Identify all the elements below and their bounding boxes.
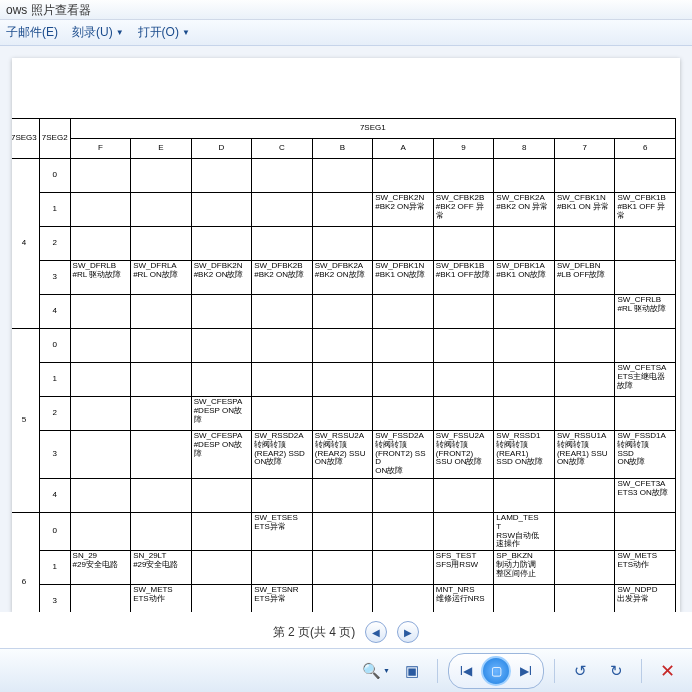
data-cell: SW_ETSNRETS异常: [252, 585, 313, 612]
chevron-down-icon: ▼: [383, 667, 390, 674]
bottom-toolbar: 🔍 ▼ ▣ I◀ ▢ ▶I ↺ ↻ ✕: [0, 648, 692, 692]
data-cell: [373, 227, 434, 261]
data-cell: [252, 397, 313, 431]
rotate-ccw-button[interactable]: ↺: [565, 656, 595, 686]
data-cell: SW_CFETSAETS主继电器故障: [615, 363, 676, 397]
data-cell: SW_FSSU2A转阀转顶(FRONT2)SSU ON故障: [433, 431, 494, 479]
data-cell: [433, 295, 494, 329]
data-cell: [70, 479, 131, 513]
data-cell: [312, 479, 373, 513]
data-cell: [312, 363, 373, 397]
close-icon: ✕: [660, 660, 675, 682]
data-cell: SW_DFBK2N#BK2 ON故障: [191, 261, 252, 295]
data-cell: SW_CFBK2N#BK2 ON异常: [373, 193, 434, 227]
rotate-right-icon: ↻: [610, 662, 623, 680]
data-cell: [554, 551, 615, 585]
col-header: A: [373, 139, 434, 159]
data-cell: [131, 513, 192, 551]
row-index: 3: [39, 431, 70, 479]
data-cell: [191, 227, 252, 261]
data-cell: SW_DFBK2B#BK2 ON故障: [252, 261, 313, 295]
col-header: D: [191, 139, 252, 159]
data-cell: [615, 397, 676, 431]
zoom-button[interactable]: 🔍 ▼: [361, 656, 391, 686]
data-cell: [131, 479, 192, 513]
data-cell: [70, 397, 131, 431]
col-header: 9: [433, 139, 494, 159]
data-cell: SW_CFESPA#DESP ON故障: [191, 431, 252, 479]
last-button[interactable]: ▶I: [513, 658, 539, 684]
data-cell: [252, 329, 313, 363]
menu-burn[interactable]: 刻录(U) ▼: [72, 24, 124, 41]
data-cell: [373, 329, 434, 363]
data-cell: [312, 397, 373, 431]
data-cell: [312, 585, 373, 612]
row-index: 4: [39, 479, 70, 513]
prev-page-button[interactable]: ◀: [365, 621, 387, 643]
data-cell: [494, 159, 555, 193]
data-cell: [252, 295, 313, 329]
data-cell: [373, 513, 434, 551]
data-cell: [191, 551, 252, 585]
data-cell: SW_CFBK1B#BK1 OFF 异常: [615, 193, 676, 227]
data-cell: [131, 431, 192, 479]
data-cell: SW_FSSD2A转阀转顶(FRONT2) SSDON故障: [373, 431, 434, 479]
data-cell: SW_DFLBN#LB OFF故障: [554, 261, 615, 295]
data-cell: [494, 585, 555, 612]
play-slideshow-button[interactable]: ▢: [481, 656, 511, 686]
data-cell: [312, 193, 373, 227]
data-cell: [494, 329, 555, 363]
data-cell: SW_CFBK1N#BK1 ON 异常: [554, 193, 615, 227]
col-header: 8: [494, 139, 555, 159]
data-cell: [312, 295, 373, 329]
data-cell: [70, 295, 131, 329]
menubar: 子邮件(E) 刻录(U) ▼ 打开(O) ▼: [0, 20, 692, 46]
data-cell: [554, 363, 615, 397]
data-cell: SW_CFBK2B#BK2 OFF 异常: [433, 193, 494, 227]
data-cell: [373, 551, 434, 585]
first-button[interactable]: I◀: [453, 658, 479, 684]
data-cell: [615, 227, 676, 261]
data-cell: SW_DFBK1B#BK1 OFF故障: [433, 261, 494, 295]
row-index: 0: [39, 159, 70, 193]
data-cell: [373, 363, 434, 397]
data-cell: [312, 551, 373, 585]
data-cell: [131, 397, 192, 431]
data-cell: [70, 363, 131, 397]
row-index: 3: [39, 261, 70, 295]
page-navigation: 第 2 页(共 4 页) ◀ ▶: [0, 616, 692, 648]
data-cell: [191, 295, 252, 329]
chevron-down-icon: ▼: [182, 28, 190, 37]
header-7seg1: 7SEG1: [70, 119, 675, 139]
data-cell: [554, 159, 615, 193]
data-cell: [131, 363, 192, 397]
data-cell: [433, 159, 494, 193]
row-index: 1: [39, 193, 70, 227]
data-cell: [131, 193, 192, 227]
data-cell: [191, 513, 252, 551]
menu-email[interactable]: 子邮件(E): [6, 24, 58, 41]
data-cell: [312, 227, 373, 261]
data-cell: LAMD_TESTRSW自动低速操作: [494, 513, 555, 551]
data-cell: [312, 329, 373, 363]
data-cell: [494, 227, 555, 261]
group-label: 6: [12, 513, 39, 613]
menu-open[interactable]: 打开(O) ▼: [138, 24, 190, 41]
delete-button[interactable]: ✕: [652, 656, 682, 686]
data-cell: [433, 397, 494, 431]
slideshow-controls: I◀ ▢ ▶I: [448, 653, 544, 689]
data-cell: [252, 479, 313, 513]
page-indicator: 第 2 页(共 4 页): [273, 624, 356, 641]
next-page-button[interactable]: ▶: [397, 621, 419, 643]
rotate-cw-button[interactable]: ↻: [601, 656, 631, 686]
data-cell: [252, 551, 313, 585]
data-cell: [373, 479, 434, 513]
col-header: B: [312, 139, 373, 159]
data-cell: [70, 513, 131, 551]
photo-viewport: 7SEG3 7SEG2 7SEG1 FEDCBA9876 401SW_CFBK2…: [0, 46, 692, 612]
fit-window-button[interactable]: ▣: [397, 656, 427, 686]
data-cell: SW_DFBK1A#BK1 ON故障: [494, 261, 555, 295]
data-cell: [131, 329, 192, 363]
data-cell: MNT_NRS维修运行NRS: [433, 585, 494, 612]
header-7seg3: 7SEG3: [12, 119, 39, 159]
